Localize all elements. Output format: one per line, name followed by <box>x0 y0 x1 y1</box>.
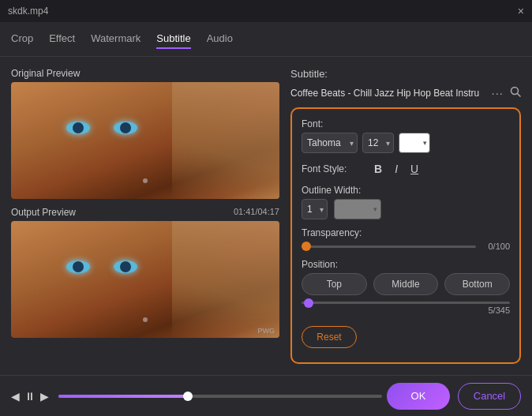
italic-button[interactable]: I <box>392 161 401 177</box>
svg-line-1 <box>518 94 521 97</box>
original-preview-box <box>11 82 279 199</box>
output-nose-ring <box>143 317 148 322</box>
reset-row: Reset <box>302 323 510 348</box>
transparency-section: Transparency: 0/100 <box>302 227 510 251</box>
position-label: Position: <box>302 259 510 270</box>
tab-watermark[interactable]: Watermark <box>91 29 140 49</box>
tab-bar: Crop Effect Watermark Subtitle Audio <box>0 22 532 57</box>
search-button[interactable] <box>510 86 521 99</box>
play-pause-button[interactable]: ⏸ <box>24 390 36 403</box>
ok-button[interactable]: OK <box>387 383 450 410</box>
subtitle-track-text: Coffee Beats - Chill Jazz Hip Hop Beat I… <box>290 88 485 99</box>
outline-controls: 0 1 2 3 <box>302 199 510 219</box>
font-family-select[interactable]: Tahoma Arial Verdana <box>302 133 358 153</box>
output-preview-box: PWG <box>11 221 279 338</box>
pupil-left <box>73 122 84 133</box>
transparency-slider-row: 0/100 <box>302 242 510 251</box>
playback-controls: ◀ ⏸ ▶ <box>11 390 387 403</box>
left-panel: Original Preview Output Preview 01:41/04… <box>11 68 279 364</box>
outline-width-select[interactable]: 0 1 2 3 <box>302 199 328 219</box>
output-hand-overlay <box>172 221 279 338</box>
font-label: Font: <box>302 118 510 129</box>
step-back-button[interactable]: ◀ <box>11 390 20 403</box>
eye-left <box>66 122 90 134</box>
font-size-select[interactable]: 8 10 12 14 16 <box>362 133 394 153</box>
eye-right <box>114 122 137 134</box>
underline-button[interactable]: U <box>407 161 421 177</box>
more-options-button[interactable]: ··· <box>491 86 504 99</box>
close-button[interactable]: × <box>518 6 524 17</box>
bottom-bar: ◀ ⏸ ▶ OK Cancel <box>0 375 532 416</box>
position-middle-button[interactable]: Middle <box>373 273 439 295</box>
outline-value-wrapper: 0 1 2 3 <box>302 199 328 219</box>
transparency-thumb <box>302 242 311 251</box>
main-content: Original Preview Output Preview 01:41/04… <box>0 57 532 375</box>
step-forward-button[interactable]: ▶ <box>40 390 49 403</box>
tab-effect[interactable]: Effect <box>49 29 75 49</box>
output-preview-header: Output Preview 01:41/04:17 <box>11 207 279 218</box>
outline-width-label: Outline Width: <box>302 185 510 196</box>
position-buttons-row: Top Middle Bottom <box>302 273 510 295</box>
bold-button[interactable]: B <box>371 161 385 177</box>
subtitle-track-row: Coffee Beats - Chill Jazz Hip Hop Beat I… <box>290 86 521 99</box>
output-eye-right <box>114 260 137 273</box>
outline-width-section: Outline Width: 0 1 2 3 <box>302 185 510 219</box>
window-title: skdk.mp4 <box>8 6 48 17</box>
font-style-row: Font Style: B I U <box>302 161 510 177</box>
progress-fill <box>58 395 188 398</box>
position-section: Position: Top Middle Bottom 5/345 <box>302 259 510 315</box>
subtitle-section-label: Subtitle: <box>290 68 521 80</box>
transparency-label: Transparency: <box>302 227 510 238</box>
tab-audio[interactable]: Audio <box>207 29 233 49</box>
output-preview-section: Output Preview 01:41/04:17 PWG <box>11 207 279 338</box>
font-controls-row: Tahoma Arial Verdana 8 10 12 14 16 <box>302 133 510 153</box>
position-top-button[interactable]: Top <box>302 273 367 295</box>
tab-crop[interactable]: Crop <box>11 29 33 49</box>
cancel-button[interactable]: Cancel <box>458 383 521 410</box>
transparency-slider[interactable] <box>302 245 476 248</box>
tab-subtitle[interactable]: Subtitle <box>156 29 190 49</box>
pupil-right <box>120 122 131 133</box>
output-preview-label: Output Preview <box>11 207 76 218</box>
reset-button[interactable]: Reset <box>302 326 357 348</box>
font-family-wrapper: Tahoma Arial Verdana <box>302 133 358 153</box>
position-value: 5/345 <box>302 305 510 315</box>
output-pupil-right <box>120 261 131 272</box>
outline-color-picker[interactable] <box>334 199 381 219</box>
original-preview-section: Original Preview <box>11 68 279 199</box>
output-preview-time: 01:41/04:17 <box>234 207 279 216</box>
font-row: Font: Tahoma Arial Verdana 8 10 12 <box>302 118 510 153</box>
right-panel: Subtitle: Coffee Beats - Chill Jazz Hip … <box>290 68 521 364</box>
font-panel: Font: Tahoma Arial Verdana 8 10 12 <box>290 107 521 364</box>
nose-ring <box>143 178 148 183</box>
font-size-wrapper: 8 10 12 14 16 <box>362 133 394 153</box>
position-bottom-button[interactable]: Bottom <box>444 273 510 295</box>
title-bar: skdk.mp4 × <box>0 0 532 22</box>
hand-overlay <box>172 82 279 199</box>
original-preview-label: Original Preview <box>11 68 279 79</box>
font-style-label: Font Style: <box>302 163 365 174</box>
output-pupil-left <box>73 261 84 272</box>
progress-thumb <box>183 392 193 401</box>
transparency-value: 0/100 <box>482 242 510 251</box>
progress-bar[interactable] <box>58 395 382 398</box>
output-watermark: PWG <box>258 327 275 335</box>
action-buttons: OK Cancel <box>387 383 521 410</box>
position-slider[interactable] <box>302 302 510 304</box>
position-slider-thumb <box>304 298 313 308</box>
output-eye-left <box>66 260 90 273</box>
search-icon <box>510 86 521 97</box>
font-color-picker[interactable] <box>399 133 430 153</box>
